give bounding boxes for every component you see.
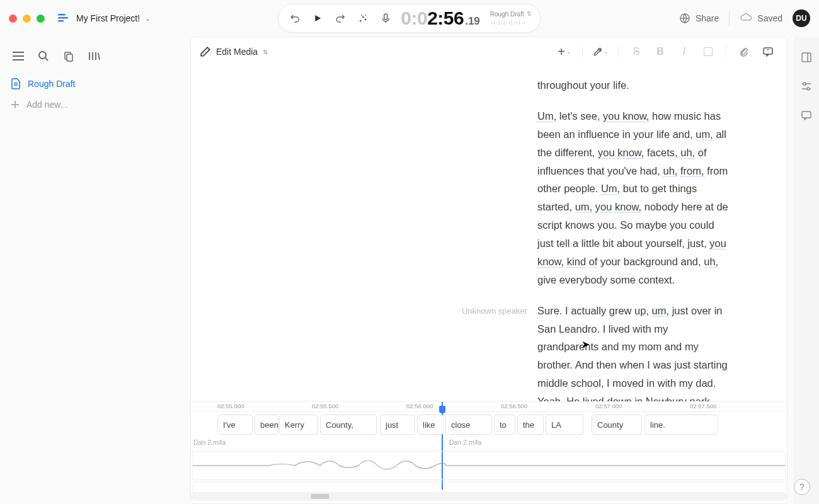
share-button[interactable]: Share bbox=[679, 13, 719, 24]
timeline-word[interactable]: I've bbox=[217, 415, 253, 435]
scrollbar-thumb[interactable] bbox=[311, 494, 329, 499]
filler-word[interactable]: of bbox=[589, 256, 598, 268]
divider bbox=[729, 11, 730, 26]
plus-icon bbox=[10, 100, 20, 110]
filler-word[interactable]: you bbox=[595, 201, 612, 213]
speaker-label[interactable]: Unknown speaker bbox=[462, 306, 527, 316]
timeline-word[interactable]: Kerry bbox=[279, 415, 318, 435]
filler-word[interactable]: uh, bbox=[680, 147, 695, 159]
draft-badge-label[interactable]: Rough Draft bbox=[490, 11, 524, 18]
filler-word[interactable]: um, bbox=[652, 305, 670, 317]
filler-word[interactable]: you bbox=[603, 110, 620, 122]
filler-word[interactable]: know, bbox=[615, 201, 641, 213]
settings-sliders-icon[interactable] bbox=[798, 78, 815, 94]
filler-word[interactable]: uh, bbox=[663, 165, 677, 177]
filler-word[interactable]: uh, bbox=[704, 256, 718, 268]
library-icon[interactable] bbox=[86, 48, 102, 64]
italic-button[interactable]: I bbox=[674, 42, 694, 62]
pencil-icon bbox=[200, 46, 211, 57]
svg-rect-1 bbox=[58, 17, 68, 19]
window-zoom[interactable] bbox=[37, 14, 45, 23]
undo-button[interactable] bbox=[287, 11, 302, 26]
filler-word[interactable]: um, bbox=[696, 129, 713, 140]
svg-point-47 bbox=[807, 88, 810, 90]
filler-word[interactable]: um, bbox=[575, 201, 593, 213]
timeline-word[interactable]: County, bbox=[320, 415, 377, 435]
svg-rect-8 bbox=[384, 14, 387, 20]
properties-panel-icon[interactable] bbox=[798, 49, 815, 66]
timeline-word[interactable]: line. bbox=[644, 415, 718, 435]
timeline-word[interactable]: close bbox=[445, 415, 492, 435]
saved-label: Saved bbox=[757, 13, 782, 23]
search-icon[interactable] bbox=[35, 48, 52, 64]
hamburger-icon[interactable] bbox=[10, 48, 26, 64]
transcript-text[interactable]: Sure. I actually grew up, um, just over … bbox=[537, 302, 730, 401]
highlight-button[interactable] bbox=[698, 42, 718, 62]
svg-rect-2 bbox=[58, 20, 64, 22]
ruler-tick: 02:57.500 bbox=[690, 403, 716, 410]
svg-rect-0 bbox=[58, 14, 66, 16]
svg-rect-39 bbox=[764, 48, 772, 54]
timeline-word[interactable]: County bbox=[592, 415, 642, 435]
timeline-scrollbar[interactable] bbox=[191, 492, 787, 501]
comment-button[interactable] bbox=[758, 42, 778, 62]
timeline[interactable]: 02:55.00002:55.50002:56.00002:56.50002:5… bbox=[191, 401, 787, 503]
ruler-tick: 02:57.000 bbox=[595, 403, 622, 410]
redo-button[interactable] bbox=[333, 11, 348, 26]
svg-rect-48 bbox=[802, 112, 811, 118]
secondary-track[interactable] bbox=[192, 481, 786, 493]
play-button[interactable] bbox=[310, 11, 325, 26]
svg-point-6 bbox=[361, 14, 362, 16]
filler-word[interactable]: know, bbox=[617, 147, 644, 159]
share-label: Share bbox=[696, 13, 719, 23]
track-label: Dan 2.m4a bbox=[193, 438, 226, 446]
bold-button[interactable]: B bbox=[650, 42, 670, 62]
timeline-word[interactable]: the bbox=[517, 415, 544, 435]
filler-word[interactable]: Um, bbox=[601, 183, 620, 195]
svg-point-45 bbox=[803, 83, 806, 85]
transcript-text[interactable]: Um, let's see, you know, how music has b… bbox=[537, 107, 730, 289]
timeline-word[interactable]: LA bbox=[546, 415, 583, 435]
filler-word[interactable]: from, bbox=[680, 165, 704, 177]
timeline-word[interactable]: just bbox=[380, 415, 415, 435]
filler-word[interactable]: you bbox=[709, 238, 726, 249]
microphone-icon[interactable] bbox=[378, 11, 393, 26]
filler-word[interactable]: you bbox=[598, 147, 615, 159]
window-minimize[interactable] bbox=[23, 14, 31, 23]
playback-controls: 0:0 2:56 .19 Rough Draft⇅ bbox=[278, 4, 541, 33]
user-avatar[interactable]: DU bbox=[793, 9, 810, 27]
filler-word[interactable]: Um, bbox=[537, 110, 556, 122]
track-label: Dan 2.m4a bbox=[449, 438, 481, 446]
wrench-button[interactable]: ⌄ bbox=[590, 42, 610, 62]
word-track[interactable]: I'vebeenKerryCounty,justlikeclosetotheLA… bbox=[191, 415, 787, 436]
mini-waveform-icon bbox=[490, 19, 527, 26]
waveform-track[interactable] bbox=[192, 451, 786, 480]
svg-line-34 bbox=[98, 53, 100, 60]
add-new-button[interactable]: Add new... bbox=[0, 94, 190, 115]
filler-word[interactable]: know, bbox=[537, 256, 564, 268]
timeline-word[interactable]: been bbox=[255, 415, 278, 435]
attachment-button[interactable] bbox=[734, 42, 754, 62]
help-button[interactable]: ? bbox=[794, 479, 810, 495]
edit-media-dropdown[interactable]: Edit Media ⇅ bbox=[200, 46, 268, 57]
copy-icon[interactable] bbox=[60, 48, 77, 64]
timeline-word[interactable]: like bbox=[417, 415, 444, 435]
timeline-word[interactable]: to bbox=[494, 415, 515, 435]
svg-point-27 bbox=[39, 52, 46, 59]
transcript-text[interactable]: throughout your life. bbox=[537, 76, 629, 94]
window-close[interactable] bbox=[9, 14, 17, 23]
project-menu-chevron-icon[interactable]: ⌄ bbox=[145, 14, 151, 23]
sidebar-doc-rough-draft[interactable]: Rough Draft bbox=[0, 73, 190, 94]
effects-icon[interactable] bbox=[355, 11, 370, 26]
filler-word[interactable]: know, bbox=[622, 110, 649, 122]
timeline-ruler[interactable]: 02:55.00002:55.50002:56.00002:56.50002:5… bbox=[191, 402, 787, 412]
strikethrough-button[interactable]: S bbox=[626, 42, 646, 62]
comments-panel-icon[interactable] bbox=[798, 107, 815, 123]
filler-word[interactable]: kind bbox=[567, 256, 586, 268]
saved-indicator: Saved bbox=[740, 13, 782, 24]
draft-badge-chevron-icon[interactable]: ⇅ bbox=[527, 11, 532, 17]
add-new-label: Add new... bbox=[26, 100, 67, 110]
add-button[interactable]: +⌄ bbox=[554, 42, 575, 62]
project-title[interactable]: My First Project! bbox=[76, 13, 140, 23]
svg-line-28 bbox=[45, 58, 48, 60]
